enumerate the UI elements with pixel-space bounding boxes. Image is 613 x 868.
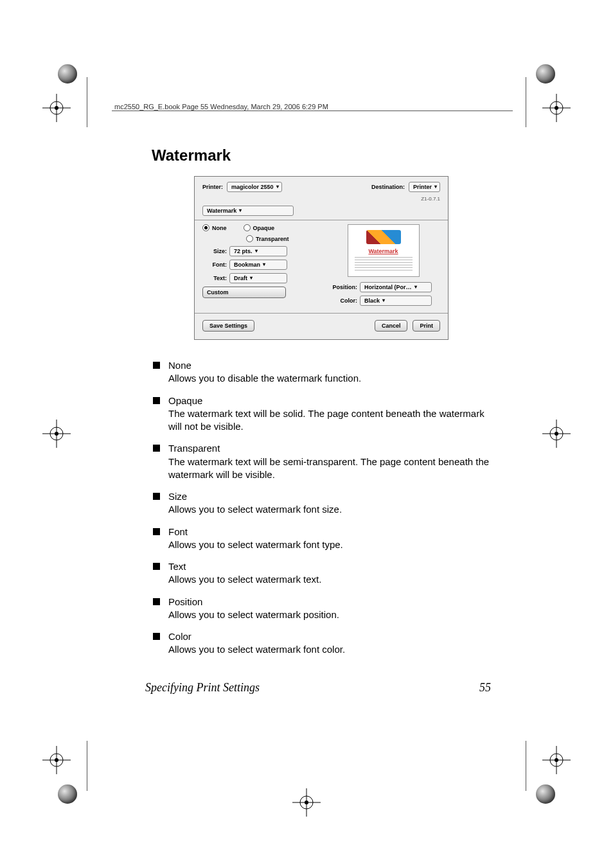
item-desc: Allows you to select watermark text. (168, 573, 491, 586)
options-column: None Opaque Transparent Size: 72 pts.▾ F… (202, 224, 316, 309)
color-value: Black (364, 297, 380, 304)
item-term: Opaque (168, 394, 491, 407)
radio-icon (246, 235, 253, 242)
chevron-updown-icon: ▾ (255, 249, 258, 254)
item-term: Font (168, 526, 491, 538)
color-select[interactable]: Black▾ (360, 296, 432, 306)
destination-value: Printer (413, 184, 432, 190)
position-label: Position: (326, 284, 357, 290)
print-button[interactable]: Print (413, 320, 440, 332)
font-value: Bookman (234, 261, 260, 268)
list-item: TextAllows you to select watermark text. (152, 560, 491, 587)
svg-point-15 (555, 758, 558, 762)
svg-point-11 (55, 758, 58, 762)
divider (195, 313, 448, 314)
text-select[interactable]: Draft▾ (229, 273, 287, 283)
crop-line (87, 741, 87, 791)
registration-mark-icon (42, 746, 71, 774)
chevron-updown-icon: ▾ (239, 208, 242, 213)
item-term: Color (168, 630, 491, 643)
item-term: Position (168, 596, 491, 608)
registration-mark-icon (542, 94, 571, 122)
cancel-button[interactable]: Cancel (375, 320, 408, 332)
printer-value: magicolor 2550 (231, 184, 274, 190)
running-head: mc2550_RG_E.book Page 55 Wednesday, Marc… (114, 103, 328, 111)
crop-ball-icon (536, 64, 555, 84)
chevron-updown-icon: ▾ (434, 184, 437, 190)
page-number: 55 (479, 681, 491, 695)
section-heading: Watermark (152, 146, 491, 164)
chevron-updown-icon: ▾ (382, 298, 385, 303)
item-desc: Allows you to disable the watermark func… (168, 372, 491, 385)
dialog-version: Z1-0.7.1 (421, 196, 440, 202)
item-desc: Allows you to select watermark position. (168, 608, 491, 621)
registration-mark-icon (42, 94, 71, 122)
position-value: Horizontal (Por… (364, 284, 412, 290)
radio-icon (202, 224, 209, 231)
footer-title: Specifying Print Settings (145, 681, 479, 695)
item-term: Transparent (168, 442, 491, 455)
item-desc: The watermark text will be solid. The pa… (168, 407, 491, 434)
custom-button[interactable]: Custom (202, 287, 286, 298)
crop-line (87, 77, 87, 127)
preview-watermark-label: Watermark (348, 248, 419, 254)
radio-none-label: None (212, 225, 227, 231)
size-value: 72 pts. (234, 248, 253, 254)
crop-line (526, 741, 526, 791)
item-desc: Allows you to select watermark font colo… (168, 643, 491, 656)
chevron-updown-icon: ▾ (414, 285, 417, 290)
radio-icon (244, 224, 251, 231)
radio-transparent[interactable]: Transparent (246, 235, 289, 242)
section-select[interactable]: Watermark ▾ (202, 206, 294, 216)
destination-label: Destination: (371, 184, 405, 190)
color-label: Color: (326, 297, 357, 304)
destination-select[interactable]: Printer ▾ (409, 182, 440, 192)
item-term: None (168, 359, 491, 372)
text-value: Draft (234, 275, 247, 281)
crop-ball-icon (58, 784, 77, 804)
print-dialog: Printer: magicolor 2550 ▾ Destination: P… (194, 176, 449, 340)
list-item: NoneAllows you to disable the watermark … (152, 359, 491, 385)
svg-point-23 (555, 432, 558, 436)
item-desc: Allows you to select watermark font size… (168, 503, 491, 516)
text-label: Text: (202, 275, 227, 281)
chevron-updown-icon: ▾ (276, 184, 279, 190)
header-rule (112, 111, 513, 111)
preview-lines-icon (355, 257, 413, 272)
radio-transparent-label: Transparent (256, 236, 289, 242)
section-value: Watermark (207, 208, 236, 214)
item-desc: The watermark text will be semi-transpar… (168, 456, 491, 482)
preview-art-icon (366, 230, 401, 244)
divider (195, 220, 448, 220)
chevron-updown-icon: ▾ (250, 276, 253, 281)
printer-select[interactable]: magicolor 2550 ▾ (227, 182, 282, 192)
position-select[interactable]: Horizontal (Por…▾ (360, 282, 432, 292)
preview-column: Watermark Position: Horizontal (Por…▾ Co… (326, 224, 440, 309)
item-term: Text (168, 560, 491, 573)
crop-line (526, 77, 526, 127)
radio-none[interactable]: None (202, 224, 227, 231)
size-label: Size: (202, 248, 227, 254)
page-footer: Specifying Print Settings 55 (145, 681, 491, 695)
list-item: OpaqueThe watermark text will be solid. … (152, 394, 491, 434)
list-item: FontAllows you to select watermark font … (152, 526, 491, 552)
svg-point-27 (305, 801, 308, 804)
list-item: TransparentThe watermark text will be se… (152, 442, 491, 481)
font-label: Font: (202, 261, 227, 268)
font-select[interactable]: Bookman▾ (229, 260, 287, 270)
page: mc2550_RG_E.book Page 55 Wednesday, Marc… (0, 0, 613, 868)
registration-mark-icon (542, 420, 571, 448)
save-settings-button[interactable]: Save Settings (202, 320, 254, 332)
registration-mark-icon (542, 746, 571, 774)
registration-mark-icon (42, 420, 71, 448)
registration-mark-icon (292, 788, 321, 817)
svg-point-7 (555, 106, 558, 110)
chevron-updown-icon: ▾ (263, 262, 265, 267)
radio-opaque[interactable]: Opaque (244, 224, 275, 231)
list-item: ColorAllows you to select watermark font… (152, 630, 491, 657)
svg-point-19 (55, 432, 58, 436)
item-desc: Allows you to select watermark font type… (168, 538, 491, 551)
size-select[interactable]: 72 pts.▾ (229, 246, 287, 256)
feature-list: NoneAllows you to disable the watermark … (152, 359, 491, 657)
printer-label: Printer: (202, 184, 223, 190)
